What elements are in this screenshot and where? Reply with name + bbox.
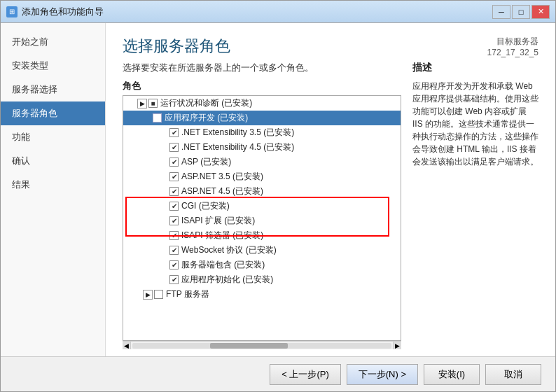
tree-item-app-dev[interactable]: ✔ 应用程序开发 (已安装) [123, 111, 401, 125]
label-app-dev: 应用程序开发 (已安装) [165, 112, 248, 124]
checkbox-ftp[interactable] [154, 290, 163, 299]
label-app-init: 应用程序初始化 (已安装) [181, 274, 273, 286]
scrollbar-horizontal[interactable]: ◀ ▶ [123, 341, 401, 349]
description-panel: 描述 应用程序开发为开发和承载 Web 应用程序提供基础结构。使用这些功能可以创… [412, 62, 538, 349]
label-cgi: CGI (已安装) [181, 200, 230, 212]
label-isapi-filter: ISAPI 筛选器 (已安装) [181, 230, 263, 241]
scroll-left-btn[interactable]: ◀ [123, 342, 131, 350]
label-websocket: WebSocket 协议 (已安装) [181, 244, 277, 256]
checkbox-aspnet35[interactable]: ✔ [169, 172, 179, 181]
col-header: 角色 [123, 80, 401, 92]
window-title: 添加角色和功能向导 [22, 6, 104, 18]
sidebar-item-server-roles[interactable]: 服务器角色 [1, 102, 105, 125]
tree-item-run-status[interactable]: ▶ ■ 运行状况和诊断 (已安装) [123, 96, 401, 111]
description-text: 应用程序开发为开发和承载 Web 应用程序提供基础结构。使用这些功能可以创建 W… [412, 80, 538, 168]
next-button[interactable]: 下一步(N) > [347, 364, 418, 385]
checkbox-isapi-filter[interactable]: ✔ [169, 231, 179, 240]
sidebar-item-confirm[interactable]: 确认 [1, 149, 105, 173]
tree-item-net45[interactable]: ✔ .NET Extensibility 4.5 (已安装) [123, 140, 401, 155]
checkbox-run-status[interactable]: ■ [148, 99, 158, 108]
maximize-button[interactable]: □ [512, 5, 530, 19]
scroll-thumb [210, 343, 288, 349]
target-value: 172_17_32_5 [487, 48, 538, 57]
tree-item-app-init[interactable]: ✔ 应用程序初始化 (已安装) [123, 272, 401, 287]
checkbox-net45[interactable]: ✔ [169, 143, 179, 152]
main-header: 选择服务器角色 目标服务器 172_17_32_5 [106, 23, 555, 62]
checkbox-server-side[interactable]: ✔ [169, 260, 179, 270]
description-title: 描述 [412, 62, 538, 74]
main-window: ⊞ 添加角色和功能向导 ─ □ ✕ 开始之前 安装类型 服务器选择 服务器角色 … [0, 0, 556, 392]
instruction-text: 选择要安装在所选服务器上的一个或多个角色。 [123, 62, 401, 74]
sidebar-item-server-select[interactable]: 服务器选择 [1, 78, 105, 102]
content-area: 开始之前 安装类型 服务器选择 服务器角色 功能 确认 结果 选择服务器角色 目… [1, 23, 555, 356]
titlebar-controls: ─ □ ✕ [492, 5, 550, 19]
label-aspnet35: ASP.NET 3.5 (已安装) [181, 171, 263, 183]
sidebar-item-start[interactable]: 开始之前 [1, 30, 105, 54]
label-net35: .NET Extensibility 3.5 (已安装) [181, 127, 294, 139]
tree-item-websocket[interactable]: ✔ WebSocket 协议 (已安装) [123, 243, 401, 258]
footer: < 上一步(P) 下一步(N) > 安装(I) 取消 [1, 356, 555, 391]
target-server-info: 目标服务器 172_17_32_5 [487, 36, 538, 57]
sidebar-item-results[interactable]: 结果 [1, 173, 105, 197]
tree-item-isapi-ext[interactable]: ✔ ISAPI 扩展 (已安装) [123, 214, 401, 228]
expand-btn-ftp[interactable]: ▶ [143, 290, 153, 300]
label-server-side: 服务器端包含 (已安装) [181, 259, 265, 271]
tree-item-server-side[interactable]: ✔ 服务器端包含 (已安装) [123, 258, 401, 272]
label-asp: ASP (已安装) [181, 156, 231, 168]
label-aspnet45: ASP.NET 4.5 (已安装) [181, 186, 263, 197]
tree-container[interactable]: ▶ ■ 运行状况和诊断 (已安装) ✔ 应用程序开发 (已安装) [123, 95, 401, 341]
checkbox-app-init[interactable]: ✔ [169, 275, 179, 284]
roles-panel: 选择要安装在所选服务器上的一个或多个角色。 角色 ▶ ■ 运行状况和诊断 (已安… [123, 62, 401, 349]
sidebar: 开始之前 安装类型 服务器选择 服务器角色 功能 确认 结果 [1, 23, 106, 356]
tree-item-cgi[interactable]: ✔ CGI (已安装) [123, 199, 401, 214]
label-run-status: 运行状况和诊断 (已安装) [160, 97, 252, 109]
target-label: 目标服务器 [487, 36, 538, 48]
tree-item-net35[interactable]: ✔ .NET Extensibility 3.5 (已安装) [123, 125, 401, 140]
checkbox-asp[interactable]: ✔ [169, 158, 179, 167]
main-body: 选择要安装在所选服务器上的一个或多个角色。 角色 ▶ ■ 运行状况和诊断 (已安… [106, 62, 555, 356]
tree-item-ftp[interactable]: ▶ FTP 服务器 [123, 287, 401, 302]
sidebar-item-features[interactable]: 功能 [1, 125, 105, 149]
scroll-track [132, 343, 391, 349]
titlebar-left: ⊞ 添加角色和功能向导 [6, 6, 104, 18]
tree-item-asp[interactable]: ✔ ASP (已安装) [123, 155, 401, 169]
expand-btn[interactable]: ▶ [137, 99, 147, 108]
page-title: 选择服务器角色 [123, 36, 230, 57]
window-icon: ⊞ [6, 6, 18, 18]
tree-item-aspnet35[interactable]: ✔ ASP.NET 3.5 (已安装) [123, 169, 401, 184]
checkbox-websocket[interactable]: ✔ [169, 246, 179, 255]
main-content: 选择服务器角色 目标服务器 172_17_32_5 选择要安装在所选服务器上的一… [106, 23, 555, 356]
tree-item-isapi-filter[interactable]: ✔ ISAPI 筛选器 (已安装) [123, 228, 401, 243]
install-button[interactable]: 安装(I) [424, 364, 480, 385]
checkbox-cgi[interactable]: ✔ [169, 202, 179, 211]
minimize-button[interactable]: ─ [492, 5, 510, 19]
checkbox-net35[interactable]: ✔ [169, 128, 179, 137]
label-net45: .NET Extensibility 4.5 (已安装) [181, 141, 294, 153]
checkbox-app-dev[interactable]: ✔ [153, 113, 162, 122]
scroll-right-btn[interactable]: ▶ [393, 342, 401, 350]
prev-button[interactable]: < 上一步(P) [270, 364, 341, 385]
sidebar-item-install-type[interactable]: 安装类型 [1, 54, 105, 78]
cancel-button[interactable]: 取消 [485, 364, 541, 385]
label-ftp: FTP 服务器 [166, 288, 209, 300]
tree-item-aspnet45[interactable]: ✔ ASP.NET 4.5 (已安装) [123, 184, 401, 199]
checkbox-aspnet45[interactable]: ✔ [169, 187, 179, 196]
label-isapi-ext: ISAPI 扩展 (已安装) [181, 215, 255, 227]
titlebar: ⊞ 添加角色和功能向导 ─ □ ✕ [1, 1, 555, 23]
close-button[interactable]: ✕ [531, 5, 550, 19]
checkbox-isapi-ext[interactable]: ✔ [169, 216, 179, 225]
